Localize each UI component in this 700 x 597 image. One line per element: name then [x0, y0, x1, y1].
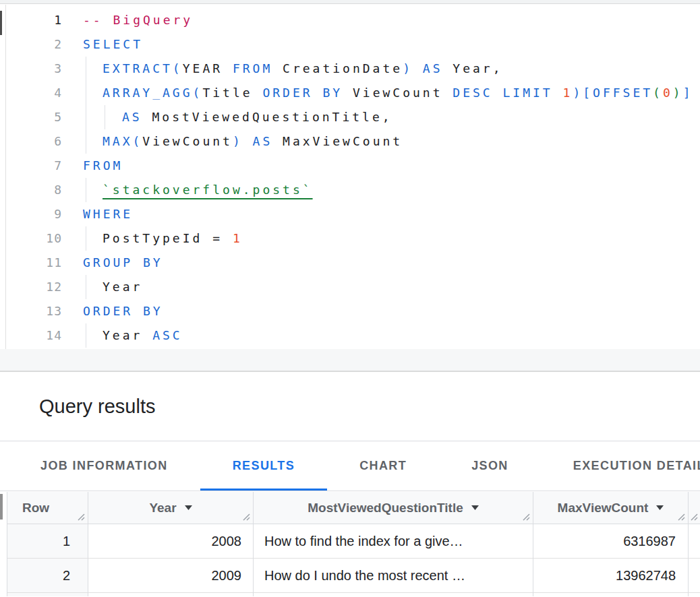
- line-number: 11: [6, 251, 62, 275]
- line-number: 12: [6, 275, 62, 299]
- line-number: 13: [6, 299, 62, 323]
- column-resize-grip-icon[interactable]: [242, 513, 251, 522]
- indent-guide: [86, 178, 86, 202]
- column-label: MostViewedQuestionTitle: [308, 501, 463, 515]
- column-menu-arrow-icon[interactable]: [185, 505, 192, 510]
- line-number: 1: [6, 8, 62, 32]
- code-line[interactable]: 9WHERE: [6, 202, 700, 226]
- code-token: FROM: [233, 61, 283, 75]
- code-token: EXTRACT(: [103, 61, 183, 75]
- editor-top-scrollbar-track[interactable]: [0, 0, 700, 4]
- code-token: ASC: [152, 328, 183, 342]
- column-resize-grip-icon[interactable]: [522, 513, 531, 522]
- code-token: Year,: [453, 61, 502, 75]
- query-results-title: Query results: [39, 372, 155, 441]
- bigquery-console: 1-- BigQuery2SELECT3EXTRACT(YEAR FROM Cr…: [0, 0, 700, 597]
- indent-guide: [86, 81, 86, 105]
- code-token: PostTypeId =: [103, 231, 233, 245]
- results-scrollbar-thumb[interactable]: [0, 494, 3, 520]
- data-cell: [689, 524, 700, 559]
- code-text: AS MostViewedQuestionTitle,: [122, 105, 392, 129]
- code-token: ORDER BY: [262, 86, 353, 100]
- column-menu-arrow-icon[interactable]: [656, 505, 664, 510]
- indent-guide: [86, 105, 86, 129]
- editor-scrollbar-thumb[interactable]: [0, 11, 2, 35]
- data-cell: [88, 593, 254, 596]
- data-cell: [254, 593, 533, 596]
- code-line[interactable]: 5AS MostViewedQuestionTitle,: [6, 105, 700, 129]
- code-text: Year ASC: [103, 323, 183, 348]
- code-token: 1: [563, 86, 573, 100]
- code-token: ) AS: [233, 134, 283, 148]
- table-row: 12008How to find the index for a give…63…: [7, 524, 700, 559]
- code-line[interactable]: 8`stackoverflow.posts`: [6, 178, 700, 202]
- column-header-mostviewedquestiontitle[interactable]: MostViewedQuestionTitle: [254, 492, 533, 524]
- tab-results[interactable]: RESULTS: [200, 441, 327, 491]
- code-text: WHERE: [83, 202, 133, 226]
- tab-execution-details[interactable]: EXECUTION DETAILS: [541, 441, 700, 491]
- code-text: MAX(ViewCount) AS MaxViewCount: [103, 129, 403, 154]
- code-line[interactable]: 1-- BigQuery: [6, 8, 700, 32]
- code-text: -- BigQuery: [83, 8, 193, 32]
- code-token: ORDER BY: [83, 304, 163, 318]
- sql-editor[interactable]: 1-- BigQuery2SELECT3EXTRACT(YEAR FROM Cr…: [5, 5, 700, 371]
- data-cell: 2009: [88, 559, 254, 593]
- data-cell: 6316987: [533, 524, 689, 559]
- code-token: CreationDate: [283, 61, 403, 75]
- column-menu-arrow-icon[interactable]: [471, 505, 479, 510]
- column-header-maxviewcount[interactable]: MaxViewCount: [533, 492, 689, 524]
- column-header-year[interactable]: Year: [88, 492, 254, 524]
- tab-chart[interactable]: CHART: [327, 441, 439, 491]
- column-resize-grip-icon[interactable]: [677, 513, 686, 522]
- line-number: 9: [6, 202, 62, 226]
- line-number: 8: [6, 178, 62, 202]
- code-token: ViewCount: [142, 134, 233, 148]
- code-line[interactable]: 2SELECT: [6, 32, 700, 57]
- code-line[interactable]: 12Year: [6, 275, 700, 299]
- code-token: )[OFFSET: [573, 86, 653, 100]
- code-token: YEAR: [183, 61, 233, 75]
- data-cell: 13962748: [533, 559, 689, 593]
- indent-guide: [86, 57, 86, 81]
- tab-job-information[interactable]: JOB INFORMATION: [8, 441, 200, 491]
- tab-json[interactable]: JSON: [439, 441, 541, 491]
- code-line[interactable]: 4ARRAY_AGG(Title ORDER BY ViewCount DESC…: [6, 81, 700, 105]
- table-reference-link[interactable]: `stackoverflow.posts`: [103, 183, 313, 197]
- code-text: SELECT: [83, 32, 143, 57]
- code-token: GROUP BY: [83, 255, 163, 270]
- code-text: EXTRACT(YEAR FROM CreationDate) AS Year,: [103, 57, 503, 81]
- code-line[interactable]: 7FROM: [6, 154, 700, 178]
- code-text: FROM: [83, 154, 123, 178]
- code-token: SELECT: [83, 37, 143, 51]
- code-token: FROM: [83, 158, 123, 172]
- code-line[interactable]: 14Year ASC: [6, 323, 700, 348]
- line-number: 6: [6, 129, 62, 154]
- data-cell: 2008: [88, 524, 254, 559]
- code-text: ORDER BY: [83, 299, 163, 323]
- row-number-cell: 2: [7, 559, 88, 593]
- code-line[interactable]: 6MAX(ViewCount) AS MaxViewCount: [6, 129, 700, 154]
- code-token: (: [653, 86, 663, 100]
- code-token: WHERE: [83, 207, 133, 221]
- row-number-cell: [7, 593, 88, 596]
- code-line[interactable]: 10PostTypeId = 1: [6, 226, 700, 251]
- column-label: MaxViewCount: [558, 501, 649, 515]
- code-line[interactable]: 3EXTRACT(YEAR FROM CreationDate) AS Year…: [6, 57, 700, 81]
- table-header-row: RowYearMostViewedQuestionTitleMaxViewCou…: [7, 492, 700, 524]
- code-line[interactable]: 13ORDER BY: [6, 299, 700, 323]
- column-resize-grip-icon[interactable]: [77, 513, 86, 522]
- line-number: 14: [6, 323, 62, 348]
- code-token: -- BigQuery: [83, 13, 193, 27]
- code-line[interactable]: 11GROUP BY: [6, 251, 700, 275]
- table-row-partial: [7, 593, 700, 596]
- data-cell: [533, 593, 689, 596]
- editor-bottom-scrollbar-track[interactable]: [0, 349, 700, 371]
- code-token: 1: [233, 231, 243, 245]
- code-text: Year: [103, 275, 142, 299]
- indent-guide: [86, 226, 86, 251]
- line-number: 10: [6, 226, 62, 251]
- data-cell: How to find the index for a give…: [254, 524, 533, 559]
- query-results-section: Query results: [0, 372, 700, 441]
- code-token: AS: [122, 110, 152, 124]
- code-token: 0: [663, 86, 673, 100]
